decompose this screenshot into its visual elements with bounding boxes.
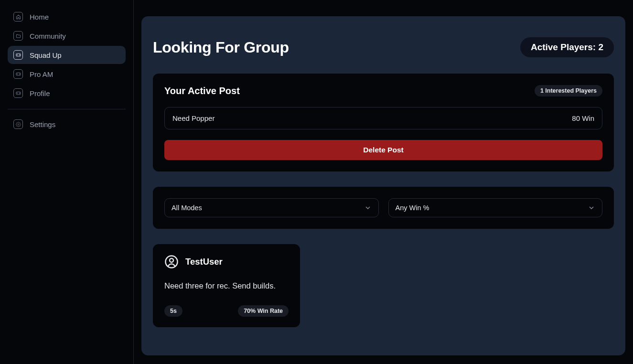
active-post-header: Your Active Post 1 Interested Players (164, 85, 602, 96)
sidebar-item-label: Pro AM (30, 70, 53, 78)
active-post-win: 80 Win (572, 114, 594, 122)
chevron-down-icon (364, 204, 372, 212)
sidebar-item-community[interactable]: Community (8, 27, 126, 45)
active-players-badge: Active Players: 2 (520, 37, 614, 57)
winrate-select-value: Any Win % (396, 204, 429, 212)
svg-point-6 (18, 124, 19, 125)
lfg-post-card[interactable]: TestUser Need three for rec. Send builds… (153, 244, 300, 327)
sidebar-item-pro-am[interactable]: Pro AM (8, 65, 126, 83)
home-icon (13, 12, 23, 21)
page-header: Looking For Group Active Players: 2 (153, 37, 614, 57)
sidebar-item-settings[interactable]: Settings (8, 115, 126, 133)
sidebar-item-label: Settings (30, 120, 55, 128)
main-scroll[interactable]: Looking For Group Active Players: 2 Your… (134, 0, 633, 364)
sidebar-item-squad-up[interactable]: Squad Up (8, 46, 126, 64)
sidebar-item-label: Profile (30, 89, 50, 97)
lfg-post-body: Need three for rec. Send builds. (164, 279, 289, 292)
chevron-down-icon (588, 204, 595, 212)
lfg-post-footer: 5s 70% Win Rate (164, 305, 289, 317)
sidebar-divider (8, 109, 126, 109)
gamepad-icon (13, 69, 23, 79)
sidebar-item-home[interactable]: Home (8, 8, 126, 26)
interested-players-badge: 1 Interested Players (535, 85, 602, 96)
results-grid: TestUser Need three for rec. Send builds… (153, 244, 614, 327)
filters-row: All Modes Any Win % (164, 198, 602, 217)
sidebar: Home Community Squad Up Pro AM Profile (0, 0, 134, 364)
active-post-card: Your Active Post 1 Interested Players Ne… (153, 74, 614, 171)
active-post-title: Your Active Post (164, 86, 240, 96)
filters-card: All Modes Any Win % (153, 187, 614, 229)
sidebar-item-label: Community (30, 32, 66, 40)
folder-icon (13, 31, 23, 41)
winrate-select[interactable]: Any Win % (388, 198, 603, 217)
mode-select-value: All Modes (172, 204, 202, 212)
delete-post-button[interactable]: Delete Post (164, 140, 602, 160)
mode-badge: 5s (164, 305, 182, 317)
active-post-row[interactable]: Need Popper 80 Win (164, 107, 602, 129)
lfg-post-username: TestUser (185, 257, 223, 267)
user-avatar-icon (164, 255, 179, 269)
active-post-text: Need Popper (172, 114, 215, 122)
sidebar-item-profile[interactable]: Profile (8, 84, 126, 102)
winrate-badge: 70% Win Rate (238, 305, 289, 317)
lfg-post-header: TestUser (164, 255, 289, 269)
gamepad-icon (13, 88, 23, 98)
svg-point-5 (19, 93, 20, 93)
sidebar-secondary: Settings (4, 115, 129, 134)
gear-icon (13, 119, 23, 129)
svg-point-1 (19, 54, 20, 55)
sidebar-item-label: Home (30, 13, 49, 21)
sidebar-primary: Home Community Squad Up Pro AM Profile (4, 8, 129, 103)
main-panel: Looking For Group Active Players: 2 Your… (141, 16, 625, 355)
svg-point-8 (170, 258, 173, 262)
mode-select[interactable]: All Modes (164, 198, 379, 217)
svg-point-3 (19, 74, 20, 74)
gamepad-icon (13, 50, 23, 60)
page-title: Looking For Group (153, 39, 289, 56)
sidebar-item-label: Squad Up (30, 51, 62, 59)
